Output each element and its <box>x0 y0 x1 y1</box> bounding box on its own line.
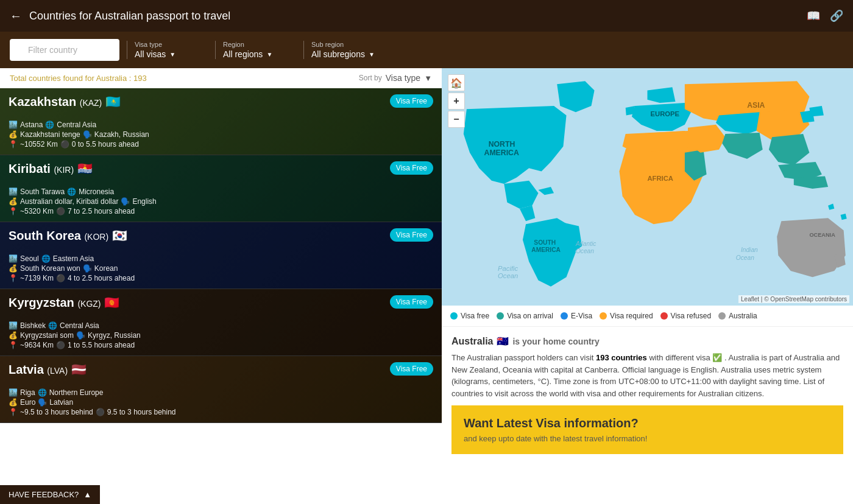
card-top: Kiribati (KIR) 🇰🇮 Visa Free <box>9 161 433 176</box>
svg-text:OCEANIA: OCEANIA <box>809 232 835 238</box>
card-currency-row: 💰Australian dollar, Kiribati dollar🗣️Eng… <box>9 197 433 206</box>
sort-label: Sort by <box>359 74 382 82</box>
visa-badge: Visa Free <box>390 228 433 242</box>
cta-title: Want Latest Visa information? <box>464 416 831 430</box>
feedback-label: HAVE FEEDBACK? <box>9 490 79 499</box>
svg-text:SOUTH: SOUTH <box>534 239 556 246</box>
legend-dot <box>450 312 458 320</box>
svg-text:Ocean: Ocean <box>576 248 594 254</box>
card-name: Kyrgyzstan (KGZ) 🇰🇬 <box>9 295 119 310</box>
back-button[interactable]: ← <box>10 9 22 23</box>
country-card[interactable]: Kiribati (KIR) 🇰🇮 Visa Free 🏙️South Tara… <box>0 155 442 222</box>
region-filter[interactable]: Region All regions ▼ <box>223 41 296 59</box>
sort-by[interactable]: Sort by Visa type ▼ <box>359 73 432 83</box>
header: ← Countries for Australian passport to t… <box>0 0 853 32</box>
card-name: South Korea (KOR) 🇰🇷 <box>9 228 127 243</box>
visa-type-arrow: ▼ <box>169 51 175 58</box>
feedback-arrow: ▲ <box>83 490 91 499</box>
visa-badge: Visa Free <box>390 161 433 175</box>
card-name: Latvia (LVA) 🇱🇻 <box>9 362 87 377</box>
separator-1 <box>127 41 127 59</box>
legend-dot <box>600 312 607 320</box>
map-legend: Visa freeVisa on arrivalE-VisaVisa requi… <box>442 306 853 327</box>
legend-label: Australia <box>729 312 757 320</box>
subregion-filter[interactable]: Sub region All subregions ▼ <box>311 41 384 59</box>
sort-value: Visa type <box>386 73 420 83</box>
country-card[interactable]: Kazakhstan (KAZ) 🇰🇿 Visa Free 🏙️Astana🌐C… <box>0 88 442 155</box>
info-body: The Australian passport holders can visi… <box>451 352 843 399</box>
legend-label: Visa on arrival <box>507 312 553 320</box>
cta-subtitle: and keep upto date with the latest trave… <box>464 434 831 443</box>
card-content: South Korea (KOR) 🇰🇷 Visa Free 🏙️Seoul🌐E… <box>0 222 442 289</box>
country-card[interactable]: Latvia (LVA) 🇱🇻 Visa Free 🏙️Riga🌐Norther… <box>0 356 442 423</box>
legend-dot <box>561 312 568 320</box>
visa-type-select[interactable]: All visas ▼ <box>135 49 208 59</box>
visa-badge: Visa Free <box>390 295 433 309</box>
legend-item: E-Visa <box>561 312 592 320</box>
subregion-label: Sub region <box>311 41 384 48</box>
info-country-flag: 🇦🇺 <box>497 335 509 347</box>
share-icon[interactable]: 🔗 <box>830 9 843 23</box>
card-name: Kiribati (KIR) 🇰🇮 <box>9 161 93 176</box>
search-wrapper: 🔍 <box>10 39 119 61</box>
region-select[interactable]: All regions ▼ <box>223 49 296 59</box>
legend-dot <box>497 312 504 320</box>
info-title: Australia 🇦🇺 is your home country <box>451 335 843 347</box>
card-top: Kyrgyzstan (KGZ) 🇰🇬 Visa Free <box>9 295 433 310</box>
legend-item: Visa required <box>600 312 653 320</box>
pacific-label: Pacific <box>498 265 519 272</box>
card-top: Kazakhstan (KAZ) 🇰🇿 Visa Free <box>9 94 433 109</box>
card-top: South Korea (KOR) 🇰🇷 Visa Free <box>9 228 433 243</box>
card-details: 🏙️Riga🌐Northern Europe 💰Euro🗣️Latvian 📍~… <box>9 388 433 416</box>
map-home-button[interactable]: 🏠 <box>448 74 465 91</box>
visa-type-value: All visas <box>135 49 166 59</box>
card-distance-row: 📍~9634 Km⚫1 to 5.5 hours ahead <box>9 341 433 349</box>
card-details: 🏙️South Tarawa🌐Micronesia 💰Australian do… <box>9 187 433 215</box>
svg-text:NORTH: NORTH <box>489 140 515 149</box>
region-label: Region <box>223 41 296 48</box>
card-currency-row: 💰Kyrgyzstani som🗣️Kyrgyz, Russian <box>9 331 433 340</box>
country-card[interactable]: South Korea (KOR) 🇰🇷 Visa Free 🏙️Seoul🌐E… <box>0 222 442 289</box>
card-details: 🏙️Astana🌐Central Asia 💰Kazakhstani tenge… <box>9 121 433 149</box>
legend-dot <box>718 312 726 320</box>
svg-text:Ocean: Ocean <box>736 254 754 261</box>
card-details: 🏙️Bishkek🌐Central Asia 💰Kyrgyzstani som🗣… <box>9 321 433 349</box>
svg-text:Atlantic: Atlantic <box>575 240 596 247</box>
legend-label: E-Visa <box>571 312 592 320</box>
info-panel: Australia 🇦🇺 is your home country The Au… <box>442 327 853 504</box>
card-capital-row: 🏙️South Tarawa🌐Micronesia <box>9 187 433 196</box>
search-input[interactable] <box>10 39 119 61</box>
svg-text:AMERICA: AMERICA <box>531 247 561 253</box>
card-currency-row: 💰Kazakhstani tenge🗣️Kazakh, Russian <box>9 130 433 139</box>
visa-badge: Visa Free <box>390 94 433 108</box>
card-capital-row: 🏙️Riga🌐Northern Europe <box>9 388 433 397</box>
visa-type-filter[interactable]: Visa type All visas ▼ <box>135 41 208 59</box>
map-zoom-in[interactable]: + <box>448 93 465 110</box>
feedback-bar[interactable]: HAVE FEEDBACK? ▲ <box>0 485 100 504</box>
main-content: Total countries found for Australia : 19… <box>0 68 853 504</box>
legend-item: Visa on arrival <box>497 312 553 320</box>
page-title: Countries for Australian passport to tra… <box>29 10 807 23</box>
book-icon[interactable]: 📖 <box>807 9 820 23</box>
map-zoom-out[interactable]: − <box>448 111 465 128</box>
card-content: Kiribati (KIR) 🇰🇮 Visa Free 🏙️South Tara… <box>0 155 442 222</box>
info-country-name: Australia <box>451 336 493 347</box>
cards-list: Kazakhstan (KAZ) 🇰🇿 Visa Free 🏙️Astana🌐C… <box>0 88 442 504</box>
card-currency-row: 💰South Korean won🗣️Korean <box>9 264 433 273</box>
region-arrow: ▼ <box>266 51 272 58</box>
card-top: Latvia (LVA) 🇱🇻 Visa Free <box>9 362 433 377</box>
subregion-select[interactable]: All subregions ▼ <box>311 49 384 59</box>
separator-3 <box>303 41 304 59</box>
legend-item: Australia <box>718 312 757 320</box>
svg-text:Ocean: Ocean <box>498 272 518 279</box>
legend-item: Visa refused <box>660 312 712 320</box>
map-controls: 🏠 + − <box>448 74 465 128</box>
svg-text:AMERICA: AMERICA <box>484 149 519 157</box>
right-panel: Pacific Ocean Atlantic Ocean Indian Ocea… <box>442 68 853 504</box>
card-capital-row: 🏙️Astana🌐Central Asia <box>9 121 433 129</box>
country-card[interactable]: Kyrgyzstan (KGZ) 🇰🇬 Visa Free 🏙️Bishkek🌐… <box>0 289 442 356</box>
card-capital-row: 🏙️Bishkek🌐Central Asia <box>9 321 433 330</box>
card-currency-row: 💰Euro🗣️Latvian <box>9 398 433 407</box>
separator-2 <box>215 41 216 59</box>
visa-type-label: Visa type <box>135 41 208 48</box>
